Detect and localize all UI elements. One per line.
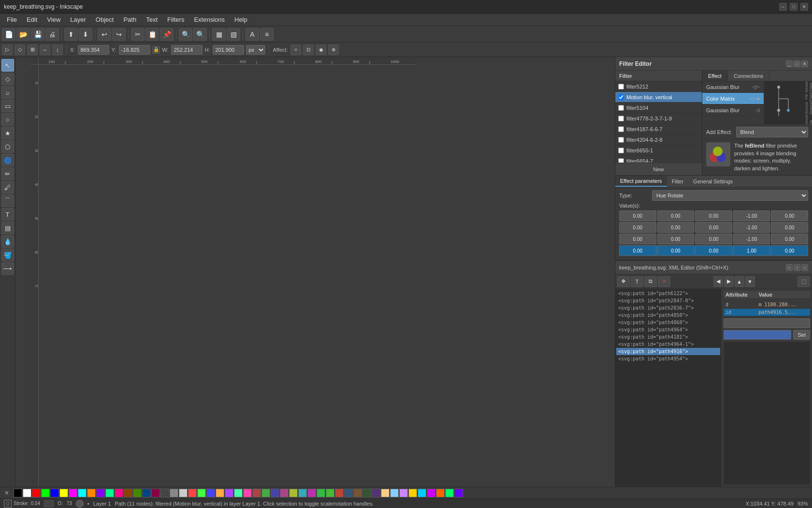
ep-tab-params[interactable]: Effect parameters: [615, 176, 667, 187]
connector-tool[interactable]: ⟶: [1, 262, 14, 275]
effect-row-2[interactable]: Gaussian Blur ◁: [702, 105, 764, 116]
pen-tool[interactable]: 🖊: [1, 181, 14, 194]
palette-swatch[interactable]: [381, 489, 390, 497]
rect-tool[interactable]: ▭: [1, 100, 14, 112]
effect-tab-effect[interactable]: Effect: [702, 71, 728, 81]
attr-row-id[interactable]: id path4916.5...: [724, 309, 810, 316]
copy-btn[interactable]: 📋: [145, 28, 159, 41]
mc-2-2[interactable]: 0.00: [695, 234, 732, 244]
xml-tree[interactable]: <svg:path id="path6122"> <svg:path id="p…: [615, 289, 722, 487]
palette-swatch[interactable]: [142, 489, 151, 497]
xml-child-btn[interactable]: ▼: [745, 276, 755, 287]
palette-swatch[interactable]: [317, 489, 325, 497]
palette-swatch[interactable]: [160, 489, 169, 497]
ep-tab-general[interactable]: General Settings: [688, 176, 738, 187]
affect-btn3[interactable]: ◉: [316, 45, 326, 55]
filter-checkbox-0[interactable]: [618, 84, 624, 90]
xml-node-2[interactable]: <svg:path id="path2836-7">: [616, 304, 720, 312]
mc-1-4[interactable]: 0.00: [771, 222, 808, 233]
filter-checkbox-5[interactable]: [618, 137, 624, 143]
spiral-tool[interactable]: 🌀: [1, 154, 14, 166]
panel-close-btn[interactable]: ✕: [801, 60, 808, 67]
mc-1-3[interactable]: -1.00: [733, 222, 770, 233]
palette-swatch[interactable]: [445, 489, 454, 497]
select-mode-btn[interactable]: ▷: [2, 45, 13, 55]
export-btn[interactable]: ⬇: [79, 28, 92, 41]
star-tool[interactable]: ★: [1, 127, 14, 139]
palette-swatch[interactable]: [197, 489, 206, 497]
attr-val-input[interactable]: [724, 330, 791, 340]
effect-tab-connections[interactable]: Connections: [728, 71, 769, 81]
close-button[interactable]: ✕: [800, 3, 808, 11]
mc-3-4[interactable]: 0.00: [771, 245, 808, 256]
fill-indicator[interactable]: O: [4, 500, 12, 508]
xml-node-7[interactable]: <svg:path id="path4964-1">: [616, 341, 720, 348]
mc-0-1[interactable]: 0.00: [657, 210, 695, 221]
3d-tool[interactable]: ⬡: [1, 140, 14, 153]
filter-checkbox-4[interactable]: [618, 126, 624, 132]
mc-2-1[interactable]: 0.00: [657, 234, 695, 244]
attr-key-input[interactable]: [724, 318, 810, 328]
h-input[interactable]: [213, 45, 244, 55]
palette-swatch[interactable]: [124, 489, 132, 497]
callig-tool[interactable]: ⌒: [1, 194, 14, 207]
palette-swatch[interactable]: [105, 489, 114, 497]
xml-node-8[interactable]: <svg:path id="path4916">: [616, 348, 720, 355]
xml-node-6[interactable]: <svg:path id="path4181">: [616, 333, 720, 341]
save-btn[interactable]: 💾: [31, 28, 44, 41]
filter-item-6[interactable]: filter6650-1: [615, 145, 702, 156]
node-mode-btn[interactable]: ◇: [14, 45, 25, 55]
y-input[interactable]: [119, 45, 150, 55]
filter-item-5[interactable]: filter4204-6-2-8: [615, 134, 702, 145]
flip-v-btn[interactable]: ↕: [52, 45, 63, 55]
palette-swatch[interactable]: [427, 489, 435, 497]
xml-parent-btn[interactable]: ▲: [735, 276, 744, 287]
xml-duplicate-btn[interactable]: ⧉: [644, 276, 657, 287]
palette-swatch[interactable]: [436, 489, 445, 497]
palette-swatch[interactable]: [261, 489, 270, 497]
palette-swatch[interactable]: [454, 489, 463, 497]
xml-new-elem-btn[interactable]: ❖: [617, 276, 630, 287]
mc-2-3[interactable]: -1.00: [733, 234, 770, 244]
palette-swatch[interactable]: [14, 489, 22, 497]
palette-swatch[interactable]: [115, 489, 123, 497]
xml-new-text-btn[interactable]: T: [631, 276, 643, 287]
mc-2-4[interactable]: 0.00: [771, 234, 808, 244]
menu-view[interactable]: View: [42, 15, 65, 25]
filter-item-4[interactable]: filter4187-6-6-7: [615, 124, 702, 134]
palette-swatch[interactable]: [307, 489, 316, 497]
palette-swatch[interactable]: [335, 489, 344, 497]
effect-row-1[interactable]: Color Matrix ◁─●: [702, 93, 764, 105]
menu-file[interactable]: File: [2, 15, 22, 25]
xml-panel-btn3[interactable]: ○: [801, 264, 808, 271]
mc-1-1[interactable]: 0.00: [657, 222, 695, 233]
affect-btn4[interactable]: ⊕: [328, 45, 339, 55]
mc-0-3[interactable]: -1.00: [733, 210, 770, 221]
palette-swatch[interactable]: [69, 489, 77, 497]
menu-layer[interactable]: Layer: [65, 15, 91, 25]
xml-next-btn[interactable]: ▶: [724, 276, 734, 287]
palette-swatch[interactable]: [179, 489, 188, 497]
palette-swatch[interactable]: [234, 489, 243, 497]
x-input[interactable]: [78, 45, 109, 55]
xml-node-3[interactable]: <svg:path id="path4850">: [616, 312, 720, 319]
menu-filters[interactable]: Filters: [162, 15, 189, 25]
palette-swatch[interactable]: [23, 489, 31, 497]
xml-node-5[interactable]: <svg:path id="path4964">: [616, 326, 720, 333]
palette-swatch[interactable]: [59, 489, 68, 497]
node-tool[interactable]: ◇: [1, 73, 14, 85]
zoom-in-btn[interactable]: 🔍: [179, 28, 192, 41]
xml-indent-btn[interactable]: ⬚: [798, 276, 810, 287]
xml-prev-btn[interactable]: ◀: [713, 276, 723, 287]
palette-swatch[interactable]: [252, 489, 261, 497]
palette-swatch[interactable]: [344, 489, 353, 497]
xml-text-area[interactable]: [724, 342, 810, 485]
circle-tool[interactable]: ○: [1, 113, 14, 126]
filter-list[interactable]: filter5212 Motion blur, vertical filter5…: [615, 81, 702, 163]
xml-node-1[interactable]: <svg:path id="path2847-0">: [616, 297, 720, 304]
menu-edit[interactable]: Edit: [22, 15, 42, 25]
cut-btn[interactable]: ✂: [131, 28, 145, 41]
filter-checkbox-2[interactable]: [618, 105, 624, 111]
attr-set-button[interactable]: Set: [793, 330, 810, 340]
opacity-indicator[interactable]: [76, 500, 84, 508]
